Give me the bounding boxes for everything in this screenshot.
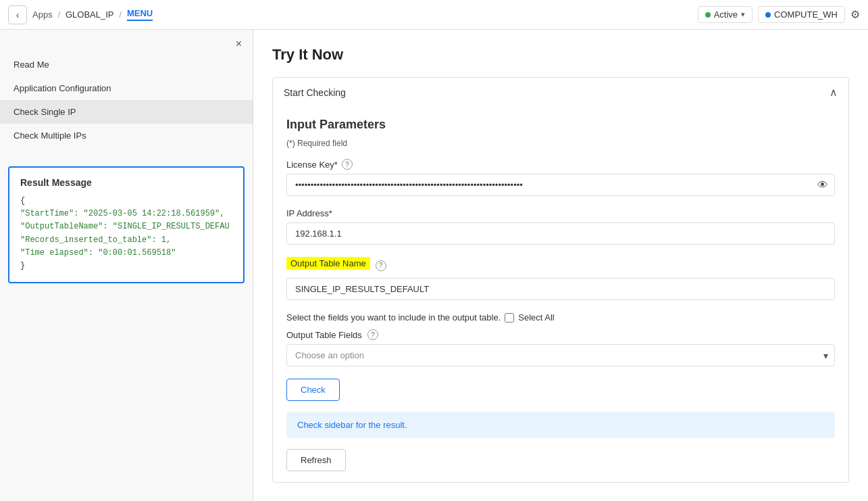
status-badge[interactable]: Active ▾ [698,6,752,23]
apps-link[interactable]: Apps [32,9,53,20]
accordion-chevron-icon: ∧ [829,86,838,99]
main-content: Try It Now Start Checking ∧ Input Parame… [253,30,868,501]
sidebar-item-app-config[interactable]: Application Configuration [0,76,253,100]
accordion-body: Input Parameters (*) Required field Lice… [273,107,848,482]
global-ip-label: GLOBAL_IP [66,9,114,20]
sidebar-item-check-single-ip[interactable]: Check Single IP [0,100,253,124]
main-layout: × Read Me Application Configuration Chec… [0,30,868,501]
refresh-button[interactable]: Refresh [286,449,346,471]
check-button[interactable]: Check [286,379,340,401]
result-line-1: { [20,195,232,208]
select-all-label: Select All [518,312,554,323]
result-code: { "StartTime": "2025-03-05 14:22:18.5619… [20,195,232,272]
status-dot [705,12,711,18]
ip-address-input[interactable] [286,222,835,245]
sidebar-close-button[interactable]: × [236,38,242,50]
result-line-4: "Records_inserted_to_table": 1, [20,234,232,247]
compute-dot [765,12,771,18]
result-line-6: } [20,260,232,272]
license-key-label: License Key* ? [286,159,835,170]
input-parameters-heading: Input Parameters [286,118,835,132]
status-label: Active [714,9,738,20]
compute-wh-badge[interactable]: COMPUTE_WH [758,6,845,23]
page-title: Try It Now [272,46,849,64]
result-box-title: Result Message [20,177,232,188]
ip-address-section: IP Address* [286,208,835,245]
select-all-checkbox[interactable] [505,313,514,323]
accordion-title: Start Checking [284,87,346,98]
license-key-section: License Key* ? 👁 [286,159,835,196]
select-fields-note: Select the fields you want to include in… [286,312,501,323]
output-fields-select[interactable]: Choose an option [286,344,835,366]
topnav: ‹ Apps / GLOBAL_IP / MENU Active ▾ COMPU… [0,0,868,30]
output-table-name-info-icon[interactable]: ? [376,260,386,271]
settings-icon[interactable]: ⚙ [850,8,860,21]
accordion-start-checking: Start Checking ∧ Input Parameters (*) Re… [272,77,849,483]
status-dropdown-arrow[interactable]: ▾ [741,10,745,19]
output-fields-label: Output Table Fields [286,330,362,340]
result-line-2: "StartTime": "2025-03-05 14:22:18.561959… [20,208,232,220]
back-button[interactable]: ‹ [8,5,27,24]
select-all-row: Select the fields you want to include in… [286,312,835,323]
info-message: Check sidebar for the result. [286,412,835,438]
accordion-header[interactable]: Start Checking ∧ [273,78,848,107]
sidebar: × Read Me Application Configuration Chec… [0,30,253,501]
sidebar-nav: Read Me Application Configuration Check … [0,53,253,158]
ip-address-label: IP Address* [286,208,835,218]
password-toggle-icon[interactable]: 👁 [817,179,828,191]
menu-tab[interactable]: MENU [127,8,153,21]
output-fields-section: Output Table Fields ? Choose an option ▾ [286,329,835,366]
sidebar-item-check-multiple-ips[interactable]: Check Multiple IPs [0,124,253,147]
output-table-name-section: Output Table Name ? [286,257,835,300]
result-line-3: "OutputTableName": "SINGLE_IP_RESULTS_DE… [20,220,232,233]
sidebar-item-readme[interactable]: Read Me [0,53,253,76]
output-table-name-input[interactable] [286,278,835,300]
output-fields-info-icon[interactable]: ? [367,329,378,340]
output-table-name-label: Output Table Name [286,257,370,270]
compute-label: COMPUTE_WH [774,9,838,20]
license-key-info-icon[interactable]: ? [342,159,353,170]
output-fields-select-wrapper: Choose an option ▾ [286,344,835,366]
license-key-input[interactable] [286,174,835,196]
result-message-box: Result Message { "StartTime": "2025-03-0… [8,166,245,283]
result-line-5: "Time elapsed": "0:00:01.569518" [20,247,232,260]
topnav-right: Active ▾ COMPUTE_WH ⚙ [698,6,860,23]
required-note: (*) Required field [286,139,835,148]
license-key-input-wrapper: 👁 [286,174,835,196]
